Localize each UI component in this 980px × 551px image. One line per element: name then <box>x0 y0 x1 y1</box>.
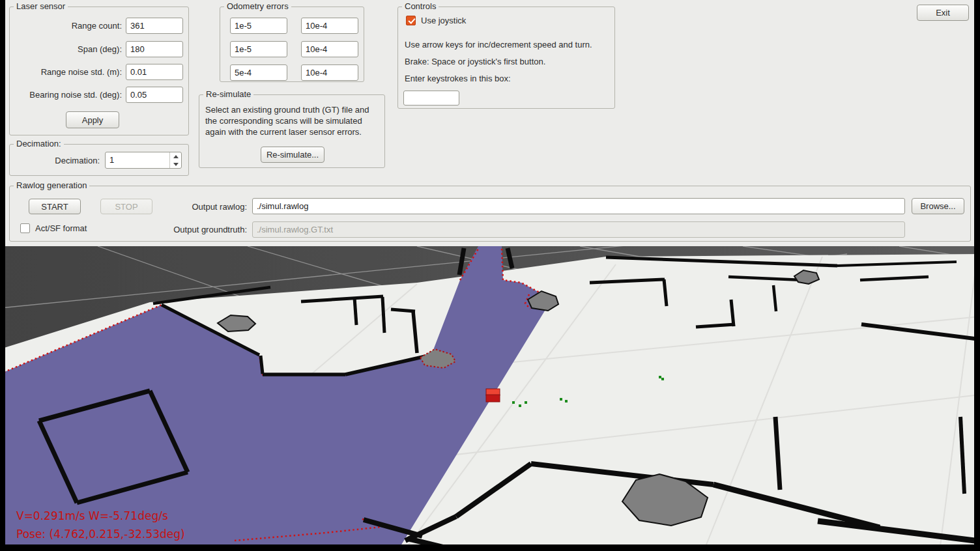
odometry-input-0-0[interactable] <box>230 18 287 34</box>
laser-sensor-group: Laser sensor Range count: Span (deg): Ra… <box>9 7 189 135</box>
odometry-input-2-0[interactable] <box>230 64 287 81</box>
chevron-down-icon <box>173 163 179 166</box>
browse-button[interactable]: Browse... <box>912 198 964 214</box>
apply-button[interactable]: Apply <box>66 111 119 128</box>
decimation-group-title: Decimation: <box>14 139 64 148</box>
decimation-label: Decimation: <box>14 152 100 169</box>
rawlog-generation-group: Rawlog generation START STOP Output rawl… <box>9 186 971 242</box>
odometry-errors-group: Odometry errors <box>220 7 364 82</box>
rawlog-generation-group-title: Rawlog generation <box>14 180 89 190</box>
span-label: Span (deg): <box>14 41 122 57</box>
keystroke-input[interactable] <box>403 91 459 106</box>
controls-help-line1: Use arrow keys for inc/decrement speed a… <box>405 40 592 50</box>
actsf-format-label: Act/SF format <box>35 223 87 234</box>
range-noise-input[interactable] <box>126 64 183 80</box>
odometry-input-1-1[interactable] <box>301 41 358 57</box>
output-groundtruth-input <box>252 221 905 238</box>
hud-velocity-text: V=0.291m/s W=-5.71deg/s <box>16 509 168 522</box>
stop-button[interactable]: STOP <box>100 199 152 214</box>
resimulate-group-title: Re-simulate <box>203 89 253 99</box>
range-count-label: Range count: <box>14 18 122 34</box>
odometry-input-2-1[interactable] <box>301 64 358 81</box>
controls-group-title: Controls <box>402 1 439 11</box>
odometry-input-1-0[interactable] <box>230 41 287 57</box>
output-groundtruth-label: Output groundtruth: <box>158 221 247 238</box>
bearing-noise-label: Bearing noise std. (deg): <box>14 87 122 103</box>
simulator-window: Laser sensor Range count: Span (deg): Ra… <box>0 0 980 551</box>
odometry-input-0-1[interactable] <box>301 18 358 34</box>
decimation-spin-arrows <box>169 152 181 168</box>
odometry-errors-group-title: Odometry errors <box>224 1 291 11</box>
output-rawlog-input[interactable] <box>252 198 905 214</box>
spin-up-button[interactable] <box>170 152 181 160</box>
right-black-border <box>974 0 980 551</box>
bottom-black-border <box>0 544 980 551</box>
resimulate-description: Select an existing ground truth (GT) fil… <box>205 104 381 137</box>
controls-group: Controls Use joystick Use arrow keys for… <box>397 7 615 109</box>
actsf-format-checkbox[interactable] <box>20 223 30 233</box>
range-count-input[interactable] <box>126 18 183 34</box>
robot <box>486 389 500 402</box>
hud-pose-text: Pose: (4.762,0.215,-32.53deg) <box>16 528 185 541</box>
controls-help-line3: Enter keystrokes in this box: <box>405 74 511 84</box>
resimulate-group: Re-simulate Select an existing ground tr… <box>199 94 385 168</box>
range-noise-label: Range noise std. (m): <box>14 64 122 80</box>
chevron-up-icon <box>173 155 179 158</box>
decimation-group: Decimation: Decimation: 1 <box>9 144 189 176</box>
simulation-3d-view[interactable]: V=0.291m/s W=-5.71deg/s Pose: (4.762,0.2… <box>0 246 980 551</box>
decimation-stepper[interactable]: 1 <box>105 152 182 169</box>
spin-down-button[interactable] <box>170 160 181 168</box>
left-black-border <box>0 0 5 551</box>
resimulate-button[interactable]: Re-simulate... <box>261 147 324 163</box>
decimation-value: 1 <box>106 152 169 168</box>
controls-help-line2: Brake: Space or joystick's first button. <box>405 57 545 67</box>
laser-sensor-group-title: Laser sensor <box>14 1 68 11</box>
bearing-noise-input[interactable] <box>126 87 183 103</box>
use-joystick-label: Use joystick <box>421 16 466 26</box>
span-input[interactable] <box>126 41 183 57</box>
exit-button[interactable]: Exit <box>917 5 969 21</box>
use-joystick-checkbox[interactable] <box>406 16 416 25</box>
start-button[interactable]: START <box>29 199 81 214</box>
output-rawlog-label: Output rawlog: <box>165 199 247 215</box>
control-panel: Laser sensor Range count: Span (deg): Ra… <box>5 0 974 246</box>
